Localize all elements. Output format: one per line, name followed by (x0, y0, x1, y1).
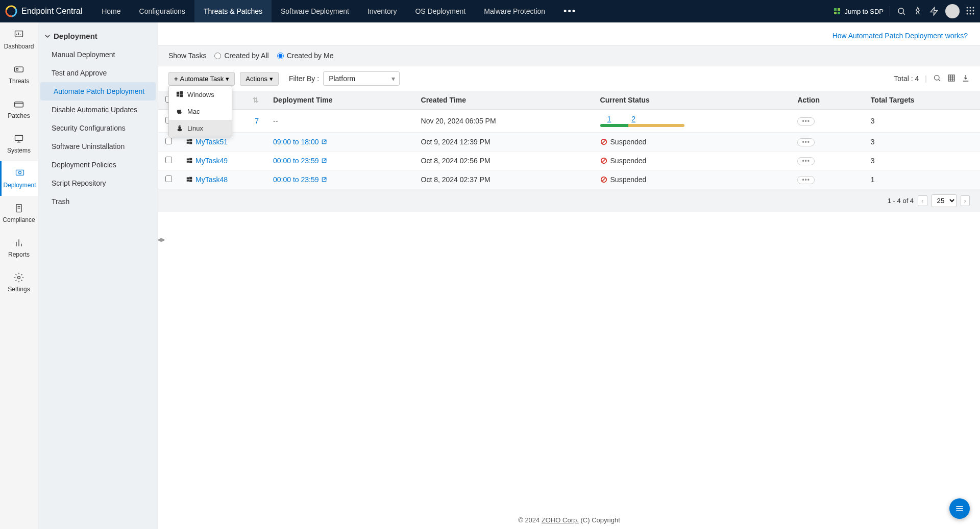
leftnav: Dashboard Threats Patches Systems Deploy… (0, 22, 38, 529)
rocket-icon[interactable] (913, 6, 923, 16)
endpoint-logo-icon (5, 5, 17, 17)
row-checkbox[interactable] (165, 175, 172, 182)
export-icon[interactable] (962, 74, 970, 84)
status-suspended: Suspended (600, 138, 783, 146)
apps-grid-icon[interactable] (966, 6, 975, 17)
help-link[interactable]: How Automated Patch Deployment works? (158, 22, 980, 45)
leftnav-settings[interactable]: Settings (0, 265, 38, 300)
deployment-time-link[interactable]: 00:00 to 23:59 (273, 157, 407, 165)
row-action-button[interactable]: ••• (797, 138, 815, 146)
sidebar-item-trash[interactable]: Trash (38, 192, 158, 211)
leftnav-systems-label: Systems (7, 147, 31, 154)
sidebar-header[interactable]: Deployment (38, 27, 158, 45)
content: How Automated Patch Deployment works? Sh… (158, 22, 980, 529)
search-table-icon[interactable] (933, 74, 941, 84)
pager-prev[interactable]: ‹ (918, 195, 927, 206)
topnav: Home Configurations Threats & Patches So… (92, 0, 585, 22)
row-action-button[interactable]: ••• (797, 117, 815, 125)
col-deployment-time[interactable]: Deployment Time (266, 91, 414, 110)
deployment-time-link[interactable]: 00:00 to 23:59 (273, 175, 407, 184)
actions-button[interactable]: Actions▾ (240, 72, 279, 86)
table-row: MyTask4800:00 to 23:59 Oct 8, 2024 02:37… (158, 170, 980, 189)
user-avatar[interactable] (945, 4, 960, 18)
col-current-status[interactable]: Current Status (593, 91, 791, 110)
svg-rect-23 (15, 67, 23, 72)
status-suspended: Suspended (600, 157, 783, 165)
task-link[interactable]: MyTask49 (186, 157, 259, 165)
svg-rect-49 (948, 75, 954, 81)
sidebar-collapse-handle[interactable]: ◀▶ (157, 237, 165, 242)
pager-next[interactable]: › (961, 195, 970, 206)
topnav-inventory[interactable]: Inventory (358, 0, 406, 22)
automate-task-button[interactable]: +Automate Task▾ (168, 72, 235, 86)
leftnav-dashboard[interactable]: Dashboard (0, 22, 38, 57)
sort-icon[interactable]: ⇅ (253, 96, 259, 104)
topnav-configurations[interactable]: Configurations (130, 0, 194, 22)
lightning-icon[interactable] (929, 6, 939, 16)
sidebar-item-security-configs[interactable]: Security Configurations (38, 119, 158, 137)
svg-point-43 (178, 125, 181, 129)
topbar: Endpoint Central Home Configurations Thr… (0, 0, 980, 22)
row-checkbox[interactable] (165, 138, 172, 144)
dropdown-item-mac[interactable]: Mac (169, 103, 232, 120)
topnav-threats-patches[interactable]: Threats & Patches (194, 0, 272, 22)
sidebar-item-disable-updates[interactable]: Disable Automatic Updates (38, 100, 158, 119)
filter-by-label: Filter By : (289, 74, 319, 83)
main-area: Dashboard Threats Patches Systems Deploy… (0, 22, 980, 529)
dropdown-item-windows[interactable]: Windows (169, 86, 232, 103)
col-created-time[interactable]: Created Time (414, 91, 593, 110)
sidebar-item-automate-patch[interactable]: Automate Patch Deployment (40, 82, 156, 100)
radio-created-by-me[interactable]: Created by Me (277, 52, 334, 60)
search-icon[interactable] (896, 6, 906, 16)
svg-point-44 (178, 129, 182, 131)
col-action[interactable]: Action (790, 91, 863, 110)
svg-marker-9 (930, 8, 938, 15)
jump-to-sdp-link[interactable]: Jump to SDP (833, 7, 884, 15)
sidebar-item-deployment-policies[interactable]: Deployment Policies (38, 156, 158, 174)
deployment-time-link[interactable]: 09:00 to 18:00 (273, 138, 407, 146)
svg-line-61 (602, 140, 605, 144)
sidebar-item-script-repository[interactable]: Script Repository (38, 174, 158, 192)
automate-task-label: Automate Task (180, 75, 224, 83)
leftnav-systems[interactable]: Systems (0, 127, 38, 161)
sidebar-item-manual-deployment[interactable]: Manual Deployment (38, 45, 158, 64)
topnav-software-deployment[interactable]: Software Deployment (272, 0, 358, 22)
leftnav-reports[interactable]: Reports (0, 231, 38, 265)
svg-rect-72 (187, 180, 189, 182)
task-link[interactable]: MyTask48 (186, 175, 259, 184)
row-action-button[interactable]: ••• (797, 176, 815, 184)
svg-point-47 (935, 75, 939, 80)
topnav-os-deployment[interactable]: OS Deployment (406, 0, 475, 22)
leftnav-settings-label: Settings (8, 286, 30, 293)
svg-point-1 (5, 5, 17, 17)
leftnav-patches-label: Patches (8, 112, 30, 119)
svg-point-2 (5, 5, 17, 17)
pager-page-size[interactable]: 25 (932, 194, 957, 207)
leftnav-threats[interactable]: Threats (0, 57, 38, 92)
columns-icon[interactable] (947, 74, 955, 84)
svg-rect-40 (180, 91, 183, 94)
brand-logo[interactable]: Endpoint Central (5, 5, 82, 17)
filter-platform-select[interactable]: Platform (323, 71, 400, 86)
svg-line-8 (903, 13, 905, 15)
help-fab-button[interactable] (949, 498, 970, 519)
topnav-malware-protection[interactable]: Malware Protection (475, 0, 554, 22)
radio-created-by-all[interactable]: Created by All (214, 52, 268, 60)
task-link[interactable]: MyTask51 (186, 138, 259, 146)
filter-by: Filter By : Platform (289, 71, 400, 86)
sidebar-item-test-approve[interactable]: Test and Approve (38, 64, 158, 82)
status-count-1[interactable]: 1 (607, 115, 611, 123)
dropdown-item-linux[interactable]: Linux (169, 120, 232, 137)
footer-zoho-link[interactable]: ZOHO Corp. (542, 516, 579, 524)
leftnav-compliance[interactable]: Compliance (0, 196, 38, 231)
row-action-button[interactable]: ••• (797, 157, 815, 165)
leftnav-threats-label: Threats (9, 78, 30, 85)
col-total-targets[interactable]: Total Targets (864, 91, 980, 110)
topnav-more-icon[interactable]: ••• (554, 0, 585, 22)
leftnav-patches[interactable]: Patches (0, 92, 38, 127)
leftnav-deployment[interactable]: Deployment (0, 161, 38, 196)
topnav-home[interactable]: Home (92, 0, 130, 22)
row-checkbox[interactable] (165, 157, 172, 163)
status-count-2[interactable]: 2 (631, 115, 635, 123)
sidebar-item-software-uninstall[interactable]: Software Uninstallation (38, 137, 158, 156)
